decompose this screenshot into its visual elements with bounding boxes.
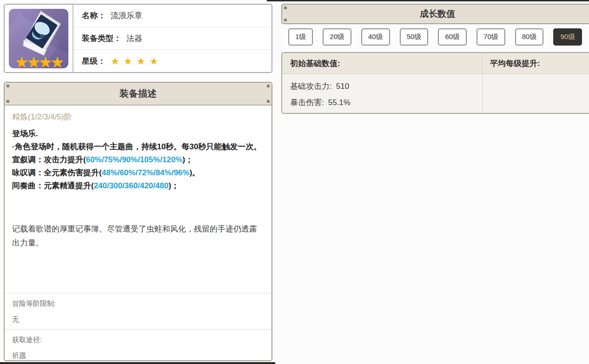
description-body: 精炼(1/2/3/4/5)阶 登场乐. ·角色登场时，随机获得一个主题曲，持续1… bbox=[5, 106, 271, 250]
tab-level-50[interactable]: 50级 bbox=[400, 28, 429, 46]
tab-level-1[interactable]: 1级 bbox=[288, 28, 313, 46]
corner-dot bbox=[7, 100, 9, 103]
adventure-rank-value: 无 bbox=[12, 315, 264, 324]
refine-values: 240/300/360/420/480 bbox=[94, 181, 169, 190]
tab-level-40[interactable]: 40级 bbox=[361, 28, 390, 46]
corner-dot bbox=[284, 19, 287, 21]
refine-values: 60%/75%/90%/105%/120% bbox=[86, 155, 183, 164]
frame-edge-top bbox=[267, 0, 589, 1]
rarity-stars: ★★★★ bbox=[9, 53, 68, 68]
description-panel: 装备描述 精炼(1/2/3/4/5)阶 登场乐. ·角色登场时，随机获得一个主题… bbox=[4, 82, 272, 361]
tab-level-70[interactable]: 70级 bbox=[476, 28, 505, 46]
tab-level-90[interactable]: 90级 bbox=[553, 28, 582, 46]
corner-dot bbox=[267, 85, 270, 87]
weapon-info-card: ★★★★ 名称： 流浪乐章 装备类型： 法器 星级： ★★★★ bbox=[4, 4, 272, 73]
obtain-method-label: 获取途径: bbox=[12, 336, 264, 344]
star-icon: ★ bbox=[39, 53, 51, 68]
level-tabs: 1级 20级 40级 50级 60级 70级 80级 90级 bbox=[288, 28, 582, 46]
adventure-rank-label: 冒险等阶限制: bbox=[12, 299, 264, 308]
star-icon: ★ bbox=[15, 53, 27, 68]
star-icon: ★ bbox=[124, 56, 137, 66]
star-icon: ★ bbox=[26, 53, 39, 68]
rarity-stars: ★★★★ bbox=[111, 55, 162, 67]
skill-buff-line: 间奏曲：元素精通提升(240/300/360/420/480)； bbox=[12, 179, 264, 192]
description-panel-header: 装备描述 bbox=[5, 83, 271, 106]
obtain-method-value: 祈愿 bbox=[12, 351, 264, 360]
info-row-rarity: 星级： ★★★★ bbox=[73, 49, 271, 72]
rarity-label: 星级： bbox=[82, 56, 106, 66]
frame-edge-bottom bbox=[0, 362, 275, 364]
stat-row-critdmg: 暴击伤害:55.1% bbox=[290, 94, 585, 111]
corner-dot bbox=[7, 85, 9, 87]
weapon-icon-cell: ★★★★ bbox=[5, 5, 73, 72]
refine-values: 48%/60%/72%/84%/96% bbox=[102, 168, 190, 177]
growth-panel-header: 成长数值 bbox=[281, 4, 589, 24]
star-icon: ★ bbox=[149, 56, 162, 66]
description-panel-title: 装备描述 bbox=[119, 87, 157, 100]
type-value: 法器 bbox=[126, 33, 142, 44]
star-icon: ★ bbox=[51, 53, 63, 68]
skill-effect-text: ·角色登场时，随机获得一个主题曲，持续10秒。每30秒只能触发一次。 bbox=[12, 140, 264, 153]
atk-value: 510 bbox=[336, 82, 349, 91]
base-stats-cell: 基础攻击力:510 暴击伤害:55.1% bbox=[282, 74, 589, 114]
stat-row-atk: 基础攻击力:510 bbox=[290, 78, 585, 94]
skill-buff-line: 宣叙调：攻击力提升(60%/75%/90%/105%/120%)； bbox=[12, 153, 264, 166]
name-value: 流浪乐章 bbox=[111, 10, 142, 21]
flavor-text: 记载着歌谱的厚重记事簿。尽管遭受了虫蛀和风化，残留的手迹仍透露出力量。 bbox=[12, 222, 264, 250]
weapon-icon: ★★★★ bbox=[9, 9, 68, 68]
type-label: 装备类型： bbox=[82, 33, 121, 44]
star-icon: ★ bbox=[111, 56, 124, 66]
per-level-header: 平均每级提升: bbox=[482, 58, 540, 69]
skill-name: 登场乐. bbox=[12, 127, 264, 140]
star-icon: ★ bbox=[137, 56, 150, 66]
tab-level-60[interactable]: 60级 bbox=[438, 28, 467, 46]
critdmg-value: 55.1% bbox=[328, 98, 351, 107]
table-header-row: 初始基础数值: 平均每级提升: bbox=[282, 53, 589, 74]
corner-dot bbox=[284, 7, 287, 9]
refine-rank-line: 精炼(1/2/3/4/5)阶 bbox=[12, 112, 264, 123]
table-column-divider bbox=[482, 53, 483, 113]
base-stats-header: 初始基础数值: bbox=[282, 58, 482, 69]
info-row-type: 装备类型： 法器 bbox=[73, 27, 271, 50]
adventure-rank-section: 冒险等阶限制: 无 bbox=[5, 293, 271, 329]
skill-description: 登场乐. ·角色登场时，随机获得一个主题曲，持续10秒。每30秒只能触发一次。 … bbox=[12, 127, 264, 192]
atk-label: 基础攻击力: bbox=[290, 82, 332, 91]
skill-buff-line: 咏叹调：全元素伤害提升(48%/60%/72%/84%/96%)。 bbox=[12, 166, 264, 179]
growth-stats-table: 初始基础数值: 平均每级提升: 基础攻击力:510 暴击伤害:55.1% bbox=[281, 52, 589, 114]
tab-level-20[interactable]: 20级 bbox=[323, 28, 351, 46]
weapon-info-rows: 名称： 流浪乐章 装备类型： 法器 星级： ★★★★ bbox=[73, 5, 271, 72]
growth-panel-title: 成长数值 bbox=[420, 8, 455, 20]
corner-dot bbox=[267, 100, 270, 103]
critdmg-label: 暴击伤害: bbox=[290, 98, 324, 107]
obtain-method-section: 获取途径: 祈愿 bbox=[5, 329, 271, 360]
info-row-name: 名称： 流浪乐章 bbox=[73, 5, 271, 27]
tab-level-80[interactable]: 80级 bbox=[515, 28, 544, 46]
name-label: 名称： bbox=[82, 10, 106, 21]
